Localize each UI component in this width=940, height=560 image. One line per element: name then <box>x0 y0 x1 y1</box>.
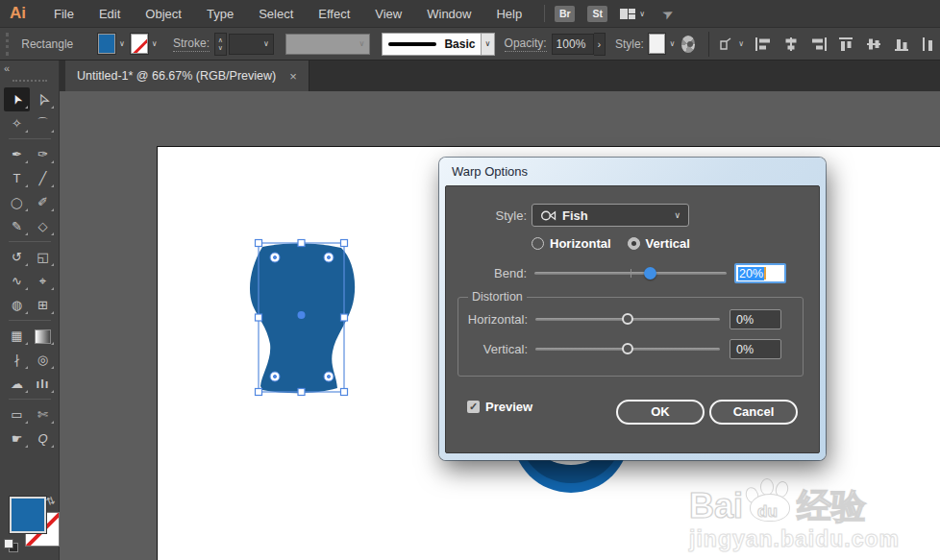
warped-shape-selected[interactable] <box>240 235 365 399</box>
graphic-style-swatch[interactable] <box>649 34 665 54</box>
default-fill-stroke-icon[interactable] <box>4 539 17 550</box>
fill-color-indicator[interactable] <box>10 497 46 533</box>
paintbrush-tool[interactable]: ✐ <box>30 190 56 214</box>
pencil-tool[interactable]: ✎ <box>4 214 30 238</box>
stock-icon[interactable]: St <box>587 6 607 22</box>
horizontal-radio[interactable] <box>532 237 544 250</box>
bend-value-field[interactable]: 20% <box>734 263 786 283</box>
gradient-tool[interactable] <box>30 324 56 348</box>
align-left-button[interactable] <box>754 36 773 53</box>
stroke-weight-label[interactable]: Stroke: <box>173 37 210 52</box>
blend-tool[interactable]: ◎ <box>30 348 56 372</box>
align-vertical-center-button[interactable] <box>865 36 884 53</box>
distribute-button[interactable] <box>921 36 940 53</box>
vertical-radio-label[interactable]: Vertical <box>646 236 690 251</box>
menu-edit[interactable]: Edit <box>87 0 133 28</box>
workspace-icon[interactable] <box>620 9 635 19</box>
distortion-horizontal-slider[interactable] <box>535 318 720 321</box>
curvature-tool[interactable]: ✑ <box>30 142 56 166</box>
hand-tool[interactable]: ☛ <box>4 426 30 450</box>
stroke-weight-stepper[interactable]: ∧∨ <box>214 33 227 56</box>
align-bottom-button[interactable] <box>893 36 912 53</box>
rotate-tool[interactable]: ↺ <box>4 245 30 269</box>
mesh-tool[interactable]: ▦ <box>4 324 30 348</box>
scale-tool[interactable]: ◱ <box>30 245 56 269</box>
shape-center-point[interactable] <box>298 311 306 319</box>
document-tab[interactable]: Untitled-1* @ 66.67% (RGB/Preview) × <box>65 61 309 91</box>
divider <box>9 138 51 139</box>
dialog-title[interactable]: Warp Options <box>439 158 826 185</box>
width-tool[interactable]: ∿ <box>4 269 30 293</box>
watermark-bai: Bai <box>689 490 743 523</box>
direct-selection-tool[interactable]: ➤ <box>30 87 56 111</box>
preview-checkbox[interactable]: ✓ <box>467 401 480 413</box>
orientation-row: Horizontal Vertical <box>532 236 690 251</box>
eyedropper-tool[interactable]: ∤ <box>4 348 30 372</box>
artboard-tool[interactable]: ▭ <box>4 402 30 426</box>
line-segment-tool[interactable]: ╱ <box>30 166 56 190</box>
stroke-color-swatch[interactable] <box>131 34 147 54</box>
chevron-down-icon[interactable]: ∨ <box>117 34 128 54</box>
eraser-tool[interactable]: ◇ <box>30 214 56 238</box>
chevron-down-icon[interactable]: ∨ <box>150 34 161 54</box>
watermark-url: jingyan.baidu.com <box>689 526 900 552</box>
shape-properties-icon[interactable]: ∨ <box>719 37 744 52</box>
puppet-warp-tool[interactable]: ⌖ <box>30 269 56 293</box>
menu-help[interactable]: Help <box>483 0 534 28</box>
align-right-button[interactable] <box>809 36 829 53</box>
menu-object[interactable]: Object <box>133 0 194 28</box>
type-tool[interactable]: T <box>4 166 30 190</box>
pen-tool[interactable]: ✒ <box>4 142 30 166</box>
lasso-tool[interactable]: ⌒ <box>30 111 56 135</box>
menu-type[interactable]: Type <box>194 0 246 28</box>
menu-select[interactable]: Select <box>246 0 306 28</box>
align-top-button[interactable] <box>837 36 856 53</box>
zoom-tool[interactable]: Q <box>30 426 56 450</box>
panel-grip[interactable] <box>6 33 12 56</box>
stroke-weight-field[interactable]: ∨ <box>229 34 274 55</box>
collapse-panel-icon[interactable]: « <box>4 62 10 74</box>
shape-builder-tool[interactable]: ◍ <box>4 293 30 317</box>
horizontal-radio-label[interactable]: Horizontal <box>550 236 611 251</box>
cancel-button[interactable]: Cancel <box>709 400 798 425</box>
brush-definition-dropdown[interactable]: Basic <box>382 33 482 56</box>
bridge-icon[interactable]: Br <box>555 6 575 22</box>
menu-view[interactable]: View <box>362 0 414 28</box>
bend-slider[interactable] <box>534 272 727 275</box>
close-icon[interactable]: × <box>289 69 297 84</box>
chevron-down-icon[interactable]: ∨ <box>639 10 645 18</box>
menu-window[interactable]: Window <box>414 0 483 28</box>
opacity-label[interactable]: Opacity: <box>505 37 547 52</box>
warp-style-dropdown[interactable]: Fish ∨ <box>532 204 689 227</box>
divider <box>9 399 51 400</box>
symbol-sprayer-tool[interactable]: ☁ <box>4 372 30 396</box>
cs-live-icon[interactable]: ➤ <box>659 4 677 23</box>
ok-button[interactable]: OK <box>616 400 705 425</box>
distortion-vertical-slider[interactable] <box>535 348 720 351</box>
preview-label[interactable]: Preview <box>485 400 532 414</box>
distortion-vertical-thumb[interactable] <box>622 343 633 354</box>
chevron-down-icon[interactable]: ∨ <box>667 34 678 54</box>
fill-color-swatch[interactable] <box>98 34 114 54</box>
menu-effect[interactable]: Effect <box>306 0 362 28</box>
magic-wand-tool[interactable]: ✧ <box>4 111 30 135</box>
chevron-down-icon: ∨ <box>674 210 680 220</box>
chevron-down-icon[interactable]: ∨ <box>482 33 494 56</box>
distortion-horizontal-thumb[interactable] <box>622 313 633 325</box>
menu-file[interactable]: File <box>41 0 87 28</box>
graph-tool[interactable]: ılı <box>30 372 56 396</box>
selection-tool[interactable]: ➤ <box>4 87 30 111</box>
slice-tool[interactable]: ✄ <box>30 402 56 426</box>
distortion-vertical-field[interactable]: 0% <box>730 339 781 359</box>
bend-slider-thumb[interactable] <box>644 267 656 280</box>
panel-grip[interactable] <box>12 80 47 82</box>
opacity-field[interactable]: 100% <box>552 34 594 55</box>
align-horizontal-center-button[interactable] <box>781 36 801 53</box>
expander-icon[interactable]: › <box>594 33 606 56</box>
ellipse-tool[interactable]: ◯ <box>4 190 30 214</box>
distortion-horizontal-field[interactable]: 0% <box>730 309 781 329</box>
vertical-radio[interactable] <box>628 237 640 250</box>
distortion-horizontal-label: Horizontal: <box>466 312 528 327</box>
document-setup-icon[interactable] <box>681 36 696 53</box>
perspective-grid-tool[interactable]: ⊞ <box>30 293 56 317</box>
